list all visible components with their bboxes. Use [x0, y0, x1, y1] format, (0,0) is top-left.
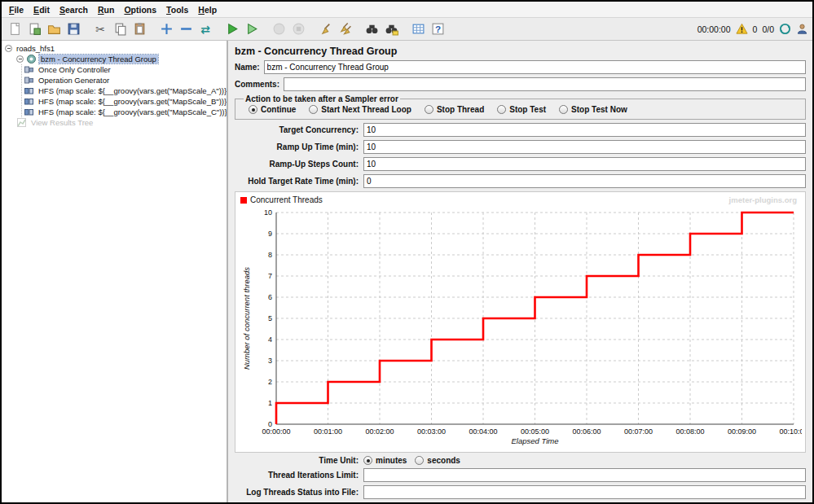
tree-node-label[interactable]: HFS (map scale: ${__groovy(vars.get("Map…	[37, 86, 228, 95]
ramp-up-time-row: Ramp Up Time (min):	[235, 140, 806, 154]
new-testplan-button[interactable]	[6, 20, 24, 38]
menu-search[interactable]: Search	[55, 3, 93, 16]
tree-node-hfs-b[interactable]: HFS (map scale: ${__groovy(vars.get("Map…	[24, 96, 225, 107]
help-button[interactable]: ?	[429, 20, 447, 38]
tree-node-operation-generator[interactable]: Operation Generator	[24, 75, 225, 85]
tree-node-once-only-controller[interactable]: Once Only Controller	[24, 64, 225, 75]
refresh-circle-icon[interactable]	[779, 23, 791, 35]
tree-node-view-results-tree[interactable]: View Results Tree	[16, 117, 225, 128]
copy-button[interactable]	[111, 20, 129, 38]
svg-text:2: 2	[268, 378, 272, 386]
tree-node-root[interactable]: roads_hfs1	[5, 43, 225, 54]
menu-options[interactable]: Options	[119, 3, 161, 16]
radio-label: Continue	[261, 105, 296, 114]
binoculars-icon	[365, 22, 379, 36]
template-icon	[28, 22, 42, 36]
search-button[interactable]	[363, 20, 381, 38]
target-concurrency-row: Target Concurrency:	[235, 123, 806, 137]
radio-stop-thread[interactable]: Stop Thread	[425, 105, 484, 114]
radio-continue[interactable]: Continue	[249, 105, 296, 114]
tree-node-label[interactable]: HFS (map scale: ${__groovy(vars.get("Map…	[37, 97, 228, 106]
tree-node-hfs-c[interactable]: HFS (map scale: ${__groovy(vars.get("Map…	[24, 107, 225, 117]
stop-button	[270, 20, 288, 38]
tree-node-label[interactable]: Once Only Controller	[37, 65, 112, 74]
name-input[interactable]	[264, 60, 806, 74]
chart-legend: Concurrent Threads	[239, 194, 802, 206]
status-cluster: 00:00:00 0 0/0	[697, 23, 808, 35]
radio-label: Stop Test	[509, 105, 546, 114]
concurrency-chart: 01234567891000:00:0000:01:0000:02:0000:0…	[239, 206, 802, 450]
thread-group-children: Once Only Controller Operation Generator…	[21, 64, 225, 117]
radio-label: Stop Test Now	[571, 105, 627, 114]
time-unit-label: Time Unit:	[235, 456, 359, 465]
warning-icon[interactable]	[736, 23, 748, 35]
start-button[interactable]	[223, 20, 241, 38]
target-concurrency-input[interactable]	[363, 123, 806, 137]
menu-run[interactable]: Run	[93, 3, 119, 16]
user-icon[interactable]	[796, 23, 808, 35]
svg-text:Elapsed Time: Elapsed Time	[512, 436, 559, 445]
templates-button[interactable]	[25, 20, 43, 38]
minus-icon	[179, 22, 193, 36]
radio-stop-test[interactable]: Stop Test	[497, 105, 546, 114]
jmeter-window: File Edit Search Run Options Tools Help …	[0, 0, 814, 504]
collapse-handle-icon[interactable]	[5, 45, 12, 52]
radio-label: Start Next Thread Loop	[321, 105, 411, 114]
svg-text:00:10:00: 00:10:00	[779, 427, 802, 436]
ramp-up-time-input[interactable]	[363, 140, 806, 154]
tree-node-label[interactable]: roads_hfs1	[15, 44, 56, 53]
tree-node-label[interactable]: Operation Generator	[37, 76, 111, 85]
start-no-pauses-button[interactable]	[243, 20, 261, 38]
paste-button[interactable]	[130, 20, 148, 38]
ramp-up-steps-input[interactable]	[363, 157, 806, 171]
comments-row: Comments:	[235, 77, 806, 91]
tree-node-label[interactable]: bzm - Concurrency Thread Group	[39, 55, 158, 64]
toggle-button[interactable]: ⇄	[196, 20, 214, 38]
hold-target-rate-input[interactable]	[363, 174, 806, 188]
svg-text:00:05:00: 00:05:00	[521, 427, 549, 436]
radio-seconds[interactable]: seconds	[415, 456, 460, 465]
toolbar: ✂ ⇄ ? 00:00:00 0 0/0	[2, 18, 812, 41]
tree-node-hfs-a[interactable]: HFS (map scale: ${__groovy(vars.get("Map…	[24, 85, 225, 96]
legend-label: Concurrent Threads	[250, 195, 323, 204]
play-icon	[226, 22, 240, 36]
tree-node-label[interactable]: HFS (map scale: ${__groovy(vars.get("Map…	[37, 107, 228, 116]
iterations-limit-input[interactable]	[363, 468, 806, 482]
sampler-error-title: Action to be taken after a Sampler error	[244, 94, 400, 103]
error-count: 0	[753, 24, 758, 34]
folder-icon	[47, 22, 61, 36]
search-reset-button[interactable]	[382, 20, 400, 38]
tree-node-thread-group[interactable]: bzm - Concurrency Thread Group	[16, 54, 225, 64]
function-helper-button[interactable]	[409, 20, 427, 38]
clear-button[interactable]	[316, 20, 334, 38]
radio-minutes[interactable]: minutes	[363, 456, 407, 465]
radio-button-icon	[363, 456, 372, 465]
svg-text:00:02:00: 00:02:00	[365, 427, 394, 436]
document-icon	[8, 22, 22, 36]
collapse-all-button[interactable]	[177, 20, 195, 38]
menu-tools[interactable]: Tools	[161, 3, 193, 16]
svg-text:00:09:00: 00:09:00	[728, 427, 756, 436]
stop-icon	[272, 22, 286, 36]
tree-node-label[interactable]: View Results Tree	[29, 118, 95, 127]
expand-all-button[interactable]	[157, 20, 175, 38]
radio-start-next-thread-loop[interactable]: Start Next Thread Loop	[309, 105, 411, 114]
svg-text:00:01:00: 00:01:00	[314, 427, 342, 436]
svg-text:7: 7	[268, 272, 272, 280]
menu-file[interactable]: File	[4, 3, 29, 16]
menu-help[interactable]: Help	[193, 3, 222, 16]
radio-stop-test-now[interactable]: Stop Test Now	[559, 105, 627, 114]
cut-button[interactable]: ✂	[91, 20, 109, 38]
comments-input[interactable]	[284, 77, 806, 91]
config-panel: bzm - Concurrency Thread Group Name: Com…	[228, 41, 812, 502]
open-button[interactable]	[45, 20, 63, 38]
function-grid-icon	[411, 22, 425, 36]
menu-edit[interactable]: Edit	[29, 3, 55, 16]
sampler-error-options: Continue Start Next Thread Loop Stop Thr…	[244, 105, 797, 114]
log-status-input[interactable]	[363, 485, 806, 499]
concurrency-chart-panel: Concurrent Threads jmeter-plugins.org 01…	[235, 191, 806, 453]
collapse-handle-icon[interactable]	[16, 55, 24, 63]
save-button[interactable]	[64, 20, 82, 38]
comments-label: Comments:	[235, 80, 279, 89]
clear-all-button[interactable]	[336, 20, 354, 38]
